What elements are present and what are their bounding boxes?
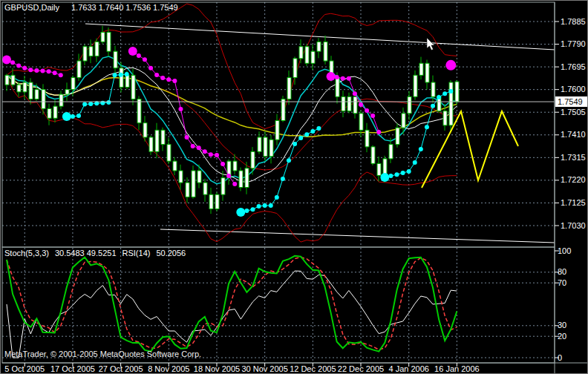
price-axis-label: 1.7030 xyxy=(561,221,586,231)
time-axis-label: 30 Nov 2005 xyxy=(239,364,291,374)
trend-dot xyxy=(269,203,273,208)
candle-body xyxy=(396,128,399,145)
trend-dot xyxy=(154,73,159,77)
candle-body xyxy=(155,130,159,151)
trend-dot xyxy=(34,68,39,73)
price-axis-label: 1.7125 xyxy=(561,198,586,208)
signal-dot xyxy=(445,60,456,70)
trend-dot xyxy=(232,182,237,186)
trend-dot xyxy=(287,158,291,163)
trend-dot xyxy=(88,102,93,106)
time-axis-label: 12 Dec 2005 xyxy=(287,364,339,374)
candle-body xyxy=(455,82,459,102)
candle-body xyxy=(17,85,21,92)
candle-body xyxy=(305,47,309,64)
current-price-box: 1.7549 xyxy=(555,96,588,107)
trend-dot xyxy=(71,114,75,119)
price-axis-label: 1.7220 xyxy=(561,175,586,185)
candle-body xyxy=(281,99,285,121)
trend-dot xyxy=(185,135,189,140)
candle-body xyxy=(425,63,429,82)
candle-body xyxy=(293,59,297,78)
candle-body xyxy=(209,194,213,209)
candle-body xyxy=(131,75,135,99)
trend-dot xyxy=(281,177,285,181)
candle-body xyxy=(203,183,207,194)
copyright-text: MetaTrader, © 2001-2005 MetaQuotes Softw… xyxy=(4,350,201,359)
oscillator-panel-frame xyxy=(2,247,555,363)
price-axis-label: 1.7505 xyxy=(561,108,586,117)
trend-dot xyxy=(448,89,453,94)
oscillator-axis-label: 70 xyxy=(558,278,566,288)
candle-body xyxy=(270,140,273,157)
trend-dot xyxy=(425,125,429,129)
dot-chain xyxy=(380,89,453,182)
time-axis-label: 4 Jan 2006 xyxy=(383,364,435,374)
trend-dot xyxy=(316,126,321,131)
candle-body xyxy=(101,32,105,42)
price-axis-label: 1.7695 xyxy=(561,62,586,72)
zigzag-drawing xyxy=(422,111,518,188)
candle-body xyxy=(311,51,315,63)
candle-body xyxy=(258,137,261,151)
trend-dot xyxy=(335,75,339,79)
trend-dot xyxy=(419,147,423,151)
trend-dot xyxy=(244,209,249,213)
trend-dot xyxy=(47,69,51,73)
candle-body xyxy=(35,90,39,99)
candle-body xyxy=(173,161,177,171)
trend-dot xyxy=(28,68,33,72)
trend-dot xyxy=(22,66,27,70)
candle-body xyxy=(107,32,111,51)
candle-body xyxy=(342,96,345,111)
trend-dot xyxy=(166,77,171,82)
price-axis-label: 1.7790 xyxy=(561,39,586,49)
candle-body xyxy=(125,75,129,87)
trend-dot xyxy=(275,195,279,200)
trend-dot xyxy=(16,64,21,68)
time-axis-label: 18 Nov 2005 xyxy=(191,364,243,374)
candle-body xyxy=(95,42,99,56)
candle-body xyxy=(53,106,57,118)
candle-body xyxy=(192,171,195,197)
rsi-value: 50.2056 xyxy=(156,249,186,257)
candle-body xyxy=(299,47,303,59)
candle-body xyxy=(251,151,255,168)
candle-body xyxy=(143,123,147,137)
candle-body xyxy=(443,111,447,125)
candle-body xyxy=(167,145,171,162)
stoch-values: 30.5483 49.5251 xyxy=(55,249,117,257)
trend-dot xyxy=(62,112,71,121)
price-axis-label: 1.7315 xyxy=(561,153,586,163)
mouse-cursor xyxy=(427,38,434,50)
trend-dot xyxy=(226,174,231,178)
price-axis-label: 1.7600 xyxy=(561,85,586,94)
time-axis-label: 16 Jan 2006 xyxy=(431,364,483,374)
candle-body xyxy=(120,68,123,88)
candle-body xyxy=(114,51,117,68)
stoch-indicator-label: Stoch(5,3,3) xyxy=(4,249,49,257)
candle-body xyxy=(179,171,183,183)
candle-body xyxy=(83,47,87,61)
trend-dot xyxy=(353,91,357,96)
candle-body xyxy=(23,82,27,92)
trend-dot xyxy=(191,144,195,148)
candle-body xyxy=(347,96,351,111)
trend-dot xyxy=(137,53,141,58)
candle-body xyxy=(408,96,411,114)
trend-dot xyxy=(106,100,111,105)
time-axis-label: 27 Oct 2005 xyxy=(95,364,147,374)
trend-dot xyxy=(304,132,309,137)
chart-title: GBPUSD,Daily1.7633 1.7640 1.7536 1.7549 xyxy=(4,3,178,13)
trend-dot xyxy=(365,108,369,113)
trend-dot xyxy=(413,160,417,165)
trend-dot xyxy=(236,208,245,217)
candle-body xyxy=(431,82,435,96)
trend-dot xyxy=(2,55,11,64)
trend-dot xyxy=(298,136,303,140)
dot-chain-line xyxy=(67,74,127,117)
chart-canvas[interactable] xyxy=(1,1,588,374)
trend-dot xyxy=(407,169,411,174)
trend-dot xyxy=(203,149,207,154)
candle-body xyxy=(11,75,15,85)
